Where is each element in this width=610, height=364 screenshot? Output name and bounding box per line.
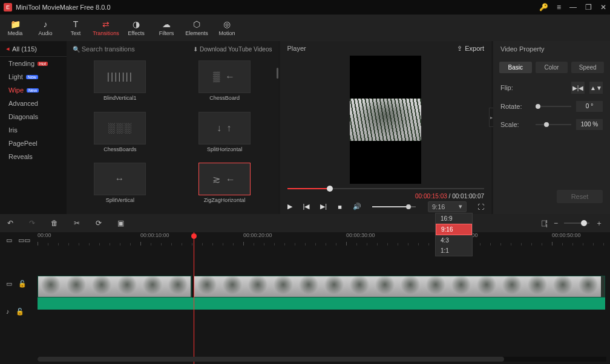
tab-label: Media	[8, 30, 23, 36]
thumbnail-icon: ▭	[6, 236, 12, 244]
player-scrubber[interactable]	[287, 184, 485, 193]
export-button[interactable]: ⇪Export	[457, 45, 484, 53]
download-youtube-link[interactable]: ⬇ Download YouTube Videos	[193, 46, 272, 53]
transition-chessboard[interactable]: ▒ ←ChessBoard	[175, 60, 275, 108]
close-icon[interactable]: ✕	[600, 3, 606, 11]
export-icon: ⇪	[457, 45, 462, 53]
scale-value[interactable]: 100 %	[576, 119, 603, 130]
transition-chessboards[interactable]: ░░░ChessBoards	[70, 112, 170, 160]
flip-horizontal-button[interactable]: ▶|◀	[571, 82, 585, 94]
transition-label: ZigZagHorizontal	[204, 197, 246, 203]
sidebar-item-wipe[interactable]: WipeNew	[0, 83, 67, 97]
transition-zigzaghorizontal[interactable]: ≳ ←ZigZagHorizontal	[175, 163, 275, 210]
lock-icon[interactable]: 🔓	[16, 308, 24, 316]
tab-motion[interactable]: ◎Motion	[212, 15, 242, 41]
sidebar-item-reveals[interactable]: Reveals	[0, 150, 67, 163]
stop-button[interactable]: ■	[338, 203, 342, 210]
property-title: Video Property	[500, 45, 545, 53]
tab-transitions[interactable]: ⇄Transitions	[91, 15, 121, 41]
aspect-ratio-select[interactable]: 9:16▾	[428, 201, 467, 212]
preview-frame	[350, 99, 421, 141]
tab-basic[interactable]: Basic	[499, 62, 532, 73]
audio-track[interactable]	[38, 319, 610, 337]
video-clip-1[interactable]: 🖼5	[38, 276, 192, 297]
license-key-icon[interactable]: 🔑	[539, 3, 548, 11]
playhead[interactable]	[194, 232, 194, 364]
volume-slider[interactable]	[372, 206, 416, 207]
rotate-slider[interactable]	[536, 106, 571, 107]
delete-button[interactable]: 🗑	[51, 219, 58, 227]
scale-label: Scale:	[500, 121, 531, 128]
tab-color[interactable]: Color	[536, 62, 568, 73]
transition-splitvertical[interactable]: ↔SplitVertical	[70, 163, 170, 210]
sidebar-item-advanced[interactable]: Advanced	[0, 97, 67, 110]
aspect-option-16-9[interactable]: 16:9	[436, 213, 472, 224]
minimize-icon[interactable]: —	[569, 3, 577, 11]
new-badge: New	[27, 88, 39, 93]
sidebar-item-trending[interactable]: TrendingHot	[0, 57, 67, 70]
split-button[interactable]: ✂	[74, 219, 80, 227]
speed-button[interactable]: ⟳	[96, 219, 102, 227]
rotate-label: Rotate:	[500, 103, 531, 110]
lock-icon[interactable]: 🔓	[18, 280, 27, 288]
aspect-ratio-menu: 16:99:164:31:1	[435, 213, 473, 256]
transition-label: SplitVertical	[106, 197, 134, 203]
aspect-option-4-3[interactable]: 4:3	[436, 235, 472, 245]
timeline-scrollbar[interactable]	[38, 357, 606, 362]
thumbnails-icon: ▭▭	[18, 236, 30, 244]
transition-blindvertical1[interactable]: |||||||BlindVertical1	[70, 60, 170, 108]
undo-button[interactable]: ↶	[7, 219, 13, 227]
tab-elements[interactable]: ⬡Elements	[182, 15, 212, 41]
transition-thumb: ↔	[94, 163, 146, 195]
track-header-thumb[interactable]: ▭▭▭	[0, 232, 38, 248]
play-button[interactable]: ▶	[287, 203, 292, 210]
rotate-value[interactable]: 0 °	[576, 101, 603, 112]
transitions-icon: ⇄	[102, 19, 110, 29]
tab-effects[interactable]: ◑Effects	[121, 15, 151, 41]
timeline: ↶ ↷ 🗑 ✂ ⟳ ▣ ⎕¦ − ＋ ▭▭▭ ▭🔓 ♪🔓 00:0000:00:…	[0, 214, 610, 364]
tab-filters[interactable]: ☁Filters	[151, 15, 182, 41]
aspect-option-1-1[interactable]: 1:1	[436, 245, 472, 256]
maximize-icon[interactable]: ❐	[585, 3, 592, 11]
transition-bar[interactable]	[38, 297, 605, 310]
next-button[interactable]: ▶|	[320, 203, 327, 210]
zoom-out-button[interactable]: −	[554, 219, 558, 227]
preview-canvas[interactable]	[350, 56, 421, 184]
video-track-header[interactable]: ▭🔓	[0, 276, 38, 291]
search-input[interactable]: Search transitions	[73, 45, 193, 53]
elements-icon: ⬡	[193, 19, 200, 29]
prev-button[interactable]: |◀	[303, 203, 310, 210]
sidebar-item-diagonals[interactable]: Diagonals	[0, 110, 67, 123]
tab-label: Elements	[185, 30, 208, 36]
mute-button[interactable]: 🔊	[353, 203, 361, 210]
ruler-tick: 00:00:10:00	[140, 232, 169, 238]
gallery-scrollbar[interactable]	[277, 68, 278, 79]
tab-speed[interactable]: Speed	[571, 62, 604, 73]
sidebar-item-light[interactable]: LightNew	[0, 70, 67, 83]
audio-track-header[interactable]: ♪🔓	[0, 304, 38, 319]
zoom-slider[interactable]	[564, 223, 589, 224]
reset-button[interactable]: Reset	[557, 190, 603, 203]
flip-vertical-button[interactable]: ▲▼	[589, 82, 603, 94]
panel-collapse-handle[interactable]: ▸	[489, 108, 493, 127]
sidebar-item-iris[interactable]: Iris	[0, 123, 67, 137]
video-track[interactable]: 🖼5 🖼7	[38, 276, 610, 310]
scale-slider[interactable]	[536, 124, 571, 125]
menu-icon[interactable]: ≡	[557, 3, 561, 11]
fit-button[interactable]: ⎕¦	[542, 219, 548, 227]
tab-media[interactable]: 📁Media	[0, 15, 30, 41]
sidebar-all[interactable]: ◂All (115)	[0, 41, 67, 57]
transition-splithorizontal[interactable]: ↓ ↑SplitHorizontal	[175, 112, 275, 160]
crop-button[interactable]: ▣	[117, 219, 124, 227]
tab-label: Motion	[218, 30, 235, 36]
redo-button[interactable]: ↷	[29, 219, 35, 227]
fullscreen-button[interactable]: ⛶	[477, 203, 484, 210]
video-clip-2[interactable]: 🖼7	[194, 276, 605, 297]
sidebar-item-label: Advanced	[8, 100, 38, 107]
zoom-in-button[interactable]: ＋	[595, 218, 603, 229]
tab-audio[interactable]: ♪Audio	[30, 15, 61, 41]
timeline-ruler[interactable]: 00:0000:00:10:0000:00:20:0000:00:30:0000…	[38, 232, 610, 248]
sidebar-item-pagepeel[interactable]: PagePeel	[0, 137, 67, 150]
tab-text[interactable]: TText	[61, 15, 91, 41]
aspect-option-9-16[interactable]: 9:16	[436, 224, 472, 235]
